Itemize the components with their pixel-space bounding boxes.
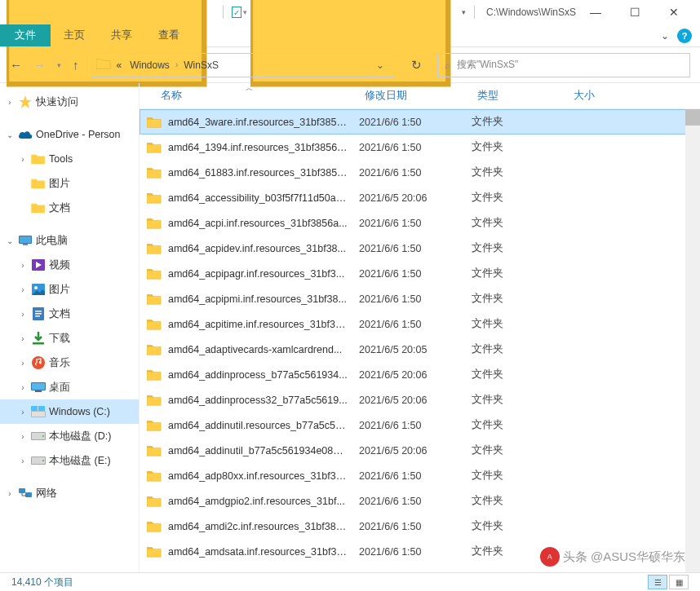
- list-item[interactable]: amd64_addinprocess32_b77a5c5619...2021/6…: [140, 387, 700, 412]
- list-item[interactable]: amd64_acpitime.inf.resources_31bf38...20…: [140, 311, 700, 337]
- nav-this-pc[interactable]: ⌄ 此电脑: [0, 228, 139, 253]
- tab-file[interactable]: 文件: [0, 24, 51, 46]
- search-placeholder: 搜索"WinSxS": [457, 58, 518, 72]
- expand-icon[interactable]: ›: [18, 261, 28, 270]
- qat-chevron-icon[interactable]: ▾: [462, 8, 466, 16]
- collapse-icon[interactable]: ⌄: [5, 130, 15, 139]
- list-item[interactable]: amd64_acpipmi.inf.resources_31bf38...202…: [140, 286, 700, 311]
- search-box[interactable]: ⌕ 搜索"WinSxS": [437, 53, 690, 77]
- expand-icon[interactable]: ›: [18, 456, 28, 465]
- list-item[interactable]: amd64_adp80xx.inf.resources_31bf38...202…: [140, 463, 700, 488]
- nav-d-drive[interactable]: › 本地磁盘 (D:): [0, 424, 139, 448]
- nav-documents[interactable]: › 文档: [0, 302, 139, 326]
- scrollbar-thumb[interactable]: [685, 109, 700, 126]
- item-date: 2021/6/6 1:50: [359, 268, 421, 280]
- collapse-icon[interactable]: ⌄: [5, 236, 15, 245]
- list-item[interactable]: amd64_addinprocess_b77a5c561934...2021/6…: [140, 362, 700, 387]
- qat-dropdown-icon[interactable]: ▾: [243, 8, 247, 16]
- breadcrumb-overflow[interactable]: «: [114, 60, 125, 71]
- scrollbar-vertical[interactable]: [685, 109, 700, 572]
- nav-c-drive[interactable]: › Windows (C:): [0, 399, 139, 424]
- nav-pictures-od[interactable]: 图片: [0, 171, 139, 196]
- list-item[interactable]: amd64_1394.inf.resources_31bf3856a...202…: [140, 135, 700, 160]
- history-dropdown-icon[interactable]: ▾: [57, 61, 61, 69]
- item-date: 2021/6/5 20:06: [359, 445, 427, 456]
- breadcrumb-windows[interactable]: Windows: [127, 60, 172, 71]
- list-item[interactable]: amd64_61883.inf.resources_31bf3856...202…: [140, 160, 700, 185]
- list-item[interactable]: amd64_acpi.inf.resources_31bf3856a...202…: [140, 210, 700, 236]
- column-name[interactable]: 名称: [154, 89, 182, 103]
- expand-icon[interactable]: ›: [5, 98, 15, 107]
- nav-e-drive[interactable]: › 本地磁盘 (E:): [0, 448, 139, 473]
- minimize-button[interactable]: —: [576, 0, 615, 24]
- list-item[interactable]: amd64_amdi2c.inf.resources_31bf385...202…: [140, 514, 700, 539]
- expand-icon[interactable]: ›: [18, 408, 28, 417]
- column-date[interactable]: 修改日期: [358, 89, 407, 103]
- address-bar[interactable]: « Windows › WinSxS ⌄: [91, 53, 396, 77]
- breadcrumb-folder-icon: [96, 57, 111, 73]
- nav-onedrive[interactable]: ⌄ OneDrive - Person: [0, 122, 139, 147]
- qat-checkbox-icon[interactable]: ✓: [232, 7, 241, 18]
- nav-quick-access[interactable]: › 快速访问: [0, 90, 139, 114]
- nav-music[interactable]: › 音乐: [0, 351, 139, 375]
- chevron-right-icon[interactable]: ›: [175, 60, 178, 69]
- list-item[interactable]: amd64_addinutil_b77a5c561934e089_...2021…: [140, 438, 700, 463]
- list-item[interactable]: amd64_3ware.inf.resources_31bf3856...202…: [140, 109, 700, 135]
- address-dropdown-icon[interactable]: ⌄: [371, 60, 389, 71]
- nav-pictures[interactable]: › 图片: [0, 277, 139, 302]
- navigation-pane[interactable]: › 快速访问 ⌄ OneDrive - Person › Tools 图片 文档…: [0, 83, 139, 572]
- view-icons-button[interactable]: ▦: [669, 575, 689, 589]
- expand-icon[interactable]: ›: [18, 310, 28, 319]
- tab-home[interactable]: 主页: [51, 24, 98, 46]
- sort-indicator-icon: ︿: [246, 83, 253, 94]
- drive-icon: [31, 429, 46, 443]
- nav-downloads[interactable]: › 下载: [0, 326, 139, 351]
- rows-container[interactable]: amd64_3ware.inf.resources_31bf3856...202…: [140, 109, 700, 572]
- nav-network[interactable]: › 网络: [0, 481, 139, 505]
- back-button[interactable]: ←: [10, 58, 22, 72]
- item-date: 2021/6/5 20:05: [359, 344, 427, 355]
- refresh-button[interactable]: ↻: [403, 53, 429, 77]
- up-button[interactable]: ↑: [73, 58, 79, 72]
- close-button[interactable]: ✕: [654, 0, 693, 24]
- nav-videos[interactable]: › 视频: [0, 253, 139, 277]
- folder-icon: [147, 165, 162, 180]
- forward-button[interactable]: →: [33, 58, 46, 72]
- list-item[interactable]: amd64_acpipagr.inf.resources_31bf3...202…: [140, 261, 700, 286]
- list-item[interactable]: amd64_addinutil.resources_b77a5c56...202…: [140, 412, 700, 438]
- folder-icon: [31, 201, 46, 215]
- item-name: amd64_3ware.inf.resources_31bf3856...: [168, 117, 348, 128]
- column-type[interactable]: 类型: [471, 89, 498, 103]
- expand-icon[interactable]: ›: [18, 285, 28, 294]
- maximize-button[interactable]: ☐: [615, 0, 654, 24]
- nav-tools[interactable]: › Tools: [0, 147, 139, 171]
- expand-icon[interactable]: ›: [18, 359, 28, 368]
- expand-icon[interactable]: ›: [5, 489, 15, 498]
- list-item[interactable]: amd64_acpidev.inf.resources_31bf38...202…: [140, 236, 700, 261]
- search-icon: ⌕: [445, 60, 450, 71]
- expand-icon[interactable]: ›: [18, 334, 28, 343]
- status-bar: 14,410 个项目 ☰ ▦: [0, 572, 700, 591]
- svg-rect-8: [35, 313, 42, 315]
- expand-icon[interactable]: ›: [18, 155, 28, 164]
- item-date: 2021/6/6 1:50: [359, 521, 421, 532]
- nav-documents-od[interactable]: 文档: [0, 196, 139, 220]
- view-details-button[interactable]: ☰: [648, 575, 667, 589]
- column-size[interactable]: 大小: [567, 89, 595, 103]
- expand-icon[interactable]: ›: [18, 432, 28, 441]
- nav-desktop[interactable]: › 桌面: [0, 375, 139, 399]
- tab-view[interactable]: 查看: [145, 24, 193, 46]
- list-item[interactable]: amd64_amdgpio2.inf.resources_31bf...2021…: [140, 488, 700, 514]
- help-button[interactable]: ?: [677, 29, 692, 43]
- music-icon: [31, 355, 46, 370]
- expand-icon[interactable]: ›: [18, 383, 28, 392]
- list-item[interactable]: amd64_amdsata.inf.resources_31bf38...202…: [140, 539, 700, 564]
- qat-folder-icon[interactable]: [250, 0, 459, 97]
- list-item[interactable]: amd64_accessibility_b03f5f7f11d50a3...20…: [140, 185, 700, 210]
- breadcrumb-winsxs[interactable]: WinSxS: [181, 60, 221, 71]
- list-item[interactable]: amd64_adaptivecards-xamlcardrend...2021/…: [140, 337, 700, 362]
- downloads-icon: [31, 331, 46, 346]
- expand-ribbon-icon[interactable]: ⌄: [653, 30, 677, 42]
- tab-share[interactable]: 共享: [98, 24, 145, 46]
- item-type: 文件夹: [472, 292, 503, 306]
